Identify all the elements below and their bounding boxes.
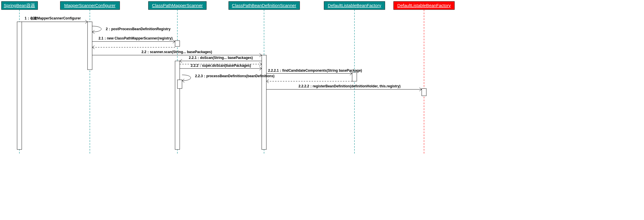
activation-p1 <box>17 22 22 149</box>
participant-defaultlistablebeanfactory2: DefaultListableBeanFactory <box>394 1 454 10</box>
participant-defaultlistablebeanfactory1: DefaultListableBeanFactory <box>324 1 385 10</box>
sequence-diagram: SpringBean容器 MapperScannerConfigurer Cla… <box>0 0 644 220</box>
message-2-2-2-label: 2.2.2：super.doScan(basePackages) <box>191 64 251 68</box>
return-2-1 <box>92 46 175 49</box>
message-2-label: 2：postProcessBeanDefinitionRegistry <box>106 27 171 31</box>
participant-dlbf2-label: DefaultListableBeanFactory <box>397 3 451 8</box>
message-2-2-2: 2.2.2：super.doScan(basePackages) <box>180 64 262 70</box>
participant-springbean: SpringBean容器 <box>1 1 38 10</box>
participant-dlbf1-label: DefaultListableBeanFactory <box>328 3 381 8</box>
return-2-2-2-1 <box>266 80 352 83</box>
message-1: 1：创建MapperScannerConfigurer <box>22 16 88 24</box>
activation-p4 <box>262 55 266 149</box>
message-2-2-2-1: 2.2.2.1：findCandidateComponents(String b… <box>266 68 362 75</box>
activation-p3b <box>175 61 180 149</box>
message-2-1-label: 2.1：new ClassPathMapperScanner(registry) <box>99 36 172 40</box>
participant-classpathmapperscanner: ClassPathMapperScanner <box>148 1 206 10</box>
message-1-label: 1：创建MapperScannerConfigurer <box>25 16 81 20</box>
activation-p3a <box>175 41 180 46</box>
message-2-2-1: 2.2.1：doScan(String... basePackages) <box>180 56 262 63</box>
participant-cpbds-label: ClassPathBeanDefinitionScanner <box>232 3 296 8</box>
participant-classpathbeandefscanner: ClassPathBeanDefinitionScanner <box>229 1 300 10</box>
message-2-2-label: 2.2：scanner.scan(String... basePackages) <box>141 50 212 54</box>
message-2-2-2-1-label: 2.2.2.1：findCandidateComponents(String b… <box>268 68 362 73</box>
activation-p3c <box>177 80 182 89</box>
activation-p5 <box>352 73 357 81</box>
activation-p6 <box>422 89 426 96</box>
participant-springbean-label: SpringBean容器 <box>4 3 35 8</box>
message-2-2-1-label: 2.2.1：doScan(String... basePackages) <box>189 56 253 60</box>
message-2: 2：postProcessBeanDefinitionRegistry <box>92 26 171 34</box>
message-2-2-3-label: 2.2.3：processBeanDefinitions(beanDefinit… <box>195 74 274 78</box>
message-2-2-2-2: 2.2.2.2：registerBeanDefinition(definitio… <box>266 84 422 91</box>
participant-msc-label: MapperScannerConfigurer <box>64 3 116 8</box>
participant-mapperscannerconfigurer: MapperScannerConfigurer <box>60 1 120 10</box>
participant-cpms-label: ClassPathMapperScanner <box>152 3 203 8</box>
message-2-2-2-2-label: 2.2.2.2：registerBeanDefinition(definitio… <box>299 84 401 88</box>
message-2-2-3: 2.2.3：processBeanDefinitions(beanDefinit… <box>182 74 274 82</box>
message-2-1: 2.1：new ClassPathMapperScanner(registry) <box>92 36 175 43</box>
activation-p2 <box>88 22 92 70</box>
